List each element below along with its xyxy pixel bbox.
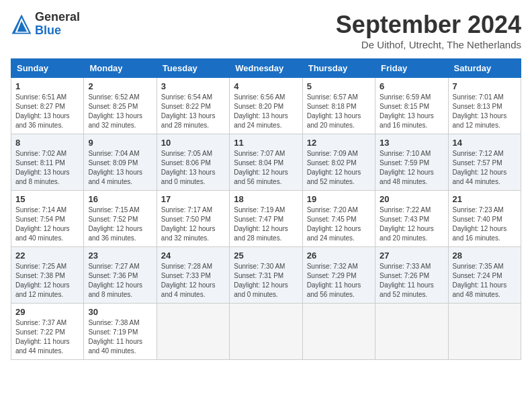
calendar-day-cell: 26Sunrise: 7:32 AM Sunset: 7:29 PM Dayli…	[302, 247, 375, 304]
day-detail: Sunrise: 7:12 AM Sunset: 7:57 PM Dayligh…	[453, 149, 517, 187]
calendar-day-cell: 23Sunrise: 7:27 AM Sunset: 7:36 PM Dayli…	[84, 247, 157, 304]
day-detail: Sunrise: 7:04 AM Sunset: 8:09 PM Dayligh…	[88, 149, 152, 187]
day-number: 26	[307, 250, 371, 261]
day-detail: Sunrise: 7:35 AM Sunset: 7:24 PM Dayligh…	[453, 262, 517, 300]
calendar-week-row: 1Sunrise: 6:51 AM Sunset: 8:27 PM Daylig…	[11, 78, 521, 134]
day-number: 15	[15, 194, 79, 204]
day-number: 8	[15, 138, 79, 148]
calendar-day-cell: 1Sunrise: 6:51 AM Sunset: 8:27 PM Daylig…	[11, 78, 84, 134]
logo: General Blue	[11, 11, 80, 38]
calendar-day-cell: 16Sunrise: 7:15 AM Sunset: 7:52 PM Dayli…	[84, 191, 157, 247]
day-detail: Sunrise: 6:52 AM Sunset: 8:25 PM Dayligh…	[88, 93, 152, 130]
calendar-day-cell: 21Sunrise: 7:23 AM Sunset: 7:40 PM Dayli…	[448, 191, 521, 247]
calendar: SundayMondayTuesdayWednesdayThursdayFrid…	[11, 58, 521, 360]
day-detail: Sunrise: 6:54 AM Sunset: 8:22 PM Dayligh…	[161, 93, 225, 130]
day-detail: Sunrise: 7:02 AM Sunset: 8:11 PM Dayligh…	[15, 149, 79, 187]
day-detail: Sunrise: 7:38 AM Sunset: 7:19 PM Dayligh…	[88, 318, 152, 356]
day-detail: Sunrise: 7:25 AM Sunset: 7:38 PM Dayligh…	[15, 262, 79, 300]
day-detail: Sunrise: 7:20 AM Sunset: 7:45 PM Dayligh…	[307, 205, 371, 243]
calendar-day-cell: 7Sunrise: 7:01 AM Sunset: 8:13 PM Daylig…	[448, 78, 521, 134]
day-number: 5	[307, 81, 371, 91]
day-detail: Sunrise: 7:22 AM Sunset: 7:43 PM Dayligh…	[380, 205, 443, 243]
day-number: 1	[15, 81, 79, 91]
calendar-day-cell: 20Sunrise: 7:22 AM Sunset: 7:43 PM Dayli…	[375, 191, 448, 247]
day-number: 20	[380, 194, 443, 204]
calendar-day-cell: 11Sunrise: 7:07 AM Sunset: 8:04 PM Dayli…	[230, 134, 302, 191]
day-number: 30	[88, 307, 152, 317]
calendar-day-cell: 5Sunrise: 6:57 AM Sunset: 8:18 PM Daylig…	[302, 78, 375, 134]
day-of-week-header: Sunday	[11, 59, 84, 78]
day-detail: Sunrise: 7:01 AM Sunset: 8:13 PM Dayligh…	[453, 93, 517, 130]
page-header: General Blue September 2024 De Uithof, U…	[11, 11, 521, 50]
logo-blue: Blue	[35, 24, 80, 38]
day-detail: Sunrise: 7:10 AM Sunset: 7:59 PM Dayligh…	[380, 149, 443, 187]
calendar-week-row: 8Sunrise: 7:02 AM Sunset: 8:11 PM Daylig…	[11, 134, 521, 191]
calendar-day-cell	[448, 304, 521, 360]
calendar-day-cell: 25Sunrise: 7:30 AM Sunset: 7:31 PM Dayli…	[230, 247, 302, 304]
day-detail: Sunrise: 7:27 AM Sunset: 7:36 PM Dayligh…	[88, 262, 152, 300]
calendar-day-cell: 14Sunrise: 7:12 AM Sunset: 7:57 PM Dayli…	[448, 134, 521, 191]
day-detail: Sunrise: 7:17 AM Sunset: 7:50 PM Dayligh…	[161, 205, 225, 243]
day-number: 11	[234, 138, 298, 148]
calendar-day-cell: 13Sunrise: 7:10 AM Sunset: 7:59 PM Dayli…	[375, 134, 448, 191]
day-of-week-header: Tuesday	[157, 59, 229, 78]
calendar-day-cell: 10Sunrise: 7:05 AM Sunset: 8:06 PM Dayli…	[157, 134, 229, 191]
day-detail: Sunrise: 7:14 AM Sunset: 7:54 PM Dayligh…	[15, 205, 79, 243]
day-detail: Sunrise: 7:32 AM Sunset: 7:29 PM Dayligh…	[307, 262, 371, 300]
day-number: 23	[88, 250, 152, 261]
day-number: 21	[453, 194, 517, 204]
calendar-week-row: 29Sunrise: 7:37 AM Sunset: 7:22 PM Dayli…	[11, 304, 521, 360]
day-number: 9	[88, 138, 152, 148]
logo-general: General	[35, 11, 80, 24]
logo-text: General Blue	[35, 11, 80, 38]
day-of-week-header: Monday	[84, 59, 157, 78]
logo-icon	[11, 13, 32, 35]
day-number: 17	[161, 194, 225, 204]
calendar-day-cell: 27Sunrise: 7:33 AM Sunset: 7:26 PM Dayli…	[375, 247, 448, 304]
calendar-day-cell: 2Sunrise: 6:52 AM Sunset: 8:25 PM Daylig…	[84, 78, 157, 134]
day-detail: Sunrise: 6:51 AM Sunset: 8:27 PM Dayligh…	[15, 93, 79, 130]
calendar-day-cell: 17Sunrise: 7:17 AM Sunset: 7:50 PM Dayli…	[157, 191, 229, 247]
calendar-day-cell: 3Sunrise: 6:54 AM Sunset: 8:22 PM Daylig…	[157, 78, 229, 134]
day-detail: Sunrise: 7:30 AM Sunset: 7:31 PM Dayligh…	[234, 262, 298, 300]
day-number: 4	[234, 81, 298, 91]
day-of-week-header: Wednesday	[230, 59, 302, 78]
day-of-week-header: Thursday	[302, 59, 375, 78]
day-detail: Sunrise: 7:07 AM Sunset: 8:04 PM Dayligh…	[234, 149, 298, 187]
calendar-day-cell: 24Sunrise: 7:28 AM Sunset: 7:33 PM Dayli…	[157, 247, 229, 304]
calendar-week-row: 22Sunrise: 7:25 AM Sunset: 7:38 PM Dayli…	[11, 247, 521, 304]
calendar-day-cell: 4Sunrise: 6:56 AM Sunset: 8:20 PM Daylig…	[230, 78, 302, 134]
day-of-week-header: Saturday	[448, 59, 521, 78]
calendar-day-cell: 9Sunrise: 7:04 AM Sunset: 8:09 PM Daylig…	[84, 134, 157, 191]
calendar-day-cell	[302, 304, 375, 360]
day-detail: Sunrise: 6:57 AM Sunset: 8:18 PM Dayligh…	[307, 93, 371, 130]
calendar-day-cell: 30Sunrise: 7:38 AM Sunset: 7:19 PM Dayli…	[84, 304, 157, 360]
calendar-day-cell: 15Sunrise: 7:14 AM Sunset: 7:54 PM Dayli…	[11, 191, 84, 247]
day-number: 13	[380, 138, 443, 148]
day-number: 16	[88, 194, 152, 204]
calendar-day-cell	[157, 304, 229, 360]
day-detail: Sunrise: 6:59 AM Sunset: 8:15 PM Dayligh…	[380, 93, 443, 130]
day-detail: Sunrise: 7:28 AM Sunset: 7:33 PM Dayligh…	[161, 262, 225, 300]
calendar-day-cell	[375, 304, 448, 360]
location: De Uithof, Utrecht, The Netherlands	[336, 39, 521, 50]
day-of-week-header: Friday	[375, 59, 448, 78]
day-number: 3	[161, 81, 225, 91]
calendar-day-cell: 8Sunrise: 7:02 AM Sunset: 8:11 PM Daylig…	[11, 134, 84, 191]
calendar-day-cell: 19Sunrise: 7:20 AM Sunset: 7:45 PM Dayli…	[302, 191, 375, 247]
day-number: 10	[161, 138, 225, 148]
calendar-day-cell: 28Sunrise: 7:35 AM Sunset: 7:24 PM Dayli…	[448, 247, 521, 304]
day-detail: Sunrise: 7:19 AM Sunset: 7:47 PM Dayligh…	[234, 205, 298, 243]
day-number: 22	[15, 250, 79, 261]
calendar-day-cell: 22Sunrise: 7:25 AM Sunset: 7:38 PM Dayli…	[11, 247, 84, 304]
title-section: September 2024 De Uithof, Utrecht, The N…	[336, 11, 521, 50]
calendar-day-cell: 18Sunrise: 7:19 AM Sunset: 7:47 PM Dayli…	[230, 191, 302, 247]
day-number: 25	[234, 250, 298, 261]
day-number: 18	[234, 194, 298, 204]
day-detail: Sunrise: 7:37 AM Sunset: 7:22 PM Dayligh…	[15, 318, 79, 356]
day-number: 2	[88, 81, 152, 91]
day-number: 28	[453, 250, 517, 261]
day-detail: Sunrise: 7:33 AM Sunset: 7:26 PM Dayligh…	[380, 262, 443, 300]
day-number: 12	[307, 138, 371, 148]
day-detail: Sunrise: 6:56 AM Sunset: 8:20 PM Dayligh…	[234, 93, 298, 130]
